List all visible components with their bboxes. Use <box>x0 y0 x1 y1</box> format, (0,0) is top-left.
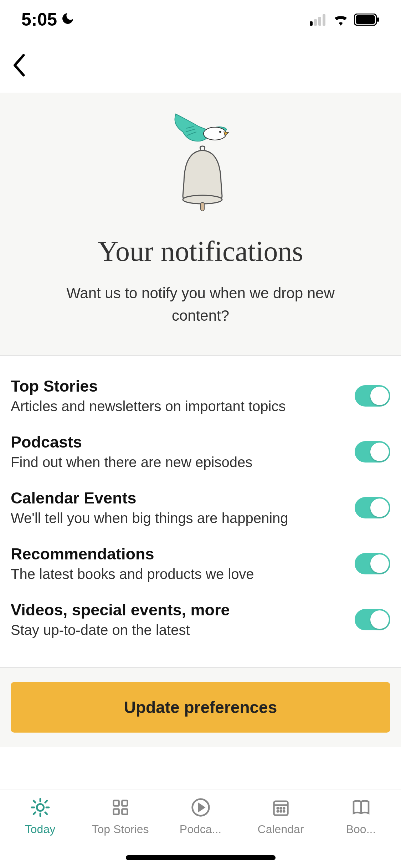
svg-rect-22 <box>113 809 119 814</box>
svg-point-31 <box>277 811 278 812</box>
tab-label: Boo... <box>346 823 376 836</box>
svg-point-8 <box>219 131 221 133</box>
status-right <box>310 9 380 30</box>
setting-row-recommendations: Recommendations The latest books and pro… <box>11 545 390 582</box>
status-left: 5:05 <box>21 9 75 30</box>
svg-rect-5 <box>356 15 375 24</box>
setting-row-podcasts: Podcasts Find out when there are new epi… <box>11 433 390 470</box>
setting-title: Videos, special events, more <box>11 601 340 619</box>
nav-bar <box>0 39 401 93</box>
svg-rect-23 <box>122 809 127 814</box>
svg-point-29 <box>280 807 281 808</box>
settings-list: Top Stories Articles and newsletters on … <box>0 356 401 667</box>
sun-icon <box>30 797 51 818</box>
update-preferences-button[interactable]: Update preferences <box>11 682 390 733</box>
calendar-icon <box>272 797 290 818</box>
svg-rect-6 <box>377 17 379 22</box>
svg-rect-21 <box>122 801 127 806</box>
page-title: Your notifications <box>14 235 387 268</box>
setting-title: Recommendations <box>11 545 340 563</box>
play-circle-icon <box>191 797 211 818</box>
back-button[interactable] <box>11 53 26 79</box>
setting-desc: Articles and newsletters on important to… <box>11 398 340 414</box>
svg-rect-3 <box>323 14 325 26</box>
setting-row-calendar-events: Calendar Events We'll tell you when big … <box>11 489 390 526</box>
svg-line-15 <box>45 812 47 814</box>
svg-point-32 <box>280 811 281 812</box>
svg-line-18 <box>34 812 35 814</box>
page-subtitle: Want us to notify you when we drop new c… <box>14 282 387 327</box>
svg-line-19 <box>45 801 47 802</box>
tab-label: Today <box>25 823 55 836</box>
svg-rect-10 <box>201 202 204 211</box>
home-indicator[interactable] <box>126 855 276 860</box>
grid-icon <box>111 797 130 818</box>
setting-desc: We'll tell you when big things are happe… <box>11 510 340 526</box>
book-icon <box>351 797 371 818</box>
setting-title: Top Stories <box>11 377 340 396</box>
svg-marker-25 <box>199 804 204 811</box>
status-time: 5:05 <box>21 9 57 30</box>
svg-line-14 <box>34 801 35 802</box>
tab-today[interactable]: Today <box>0 797 80 868</box>
setting-row-top-stories: Top Stories Articles and newsletters on … <box>11 377 390 414</box>
toggle-videos-more[interactable] <box>355 609 390 630</box>
tab-label: Top Stories <box>92 823 149 836</box>
toggle-top-stories[interactable] <box>355 385 390 407</box>
battery-icon <box>354 9 380 30</box>
svg-point-11 <box>37 804 43 811</box>
wifi-icon <box>333 9 349 30</box>
dnd-moon-icon <box>61 9 75 30</box>
toggle-recommendations[interactable] <box>355 553 390 574</box>
svg-point-33 <box>283 811 284 812</box>
setting-title: Calendar Events <box>11 489 340 507</box>
svg-rect-1 <box>314 19 317 26</box>
status-bar: 5:05 <box>0 0 401 39</box>
svg-point-30 <box>283 807 284 808</box>
cellular-icon <box>310 9 328 30</box>
setting-desc: The latest books and products we love <box>11 566 340 582</box>
svg-point-7 <box>204 127 226 140</box>
cta-section: Update preferences <box>0 667 401 747</box>
toggle-podcasts[interactable] <box>355 441 390 463</box>
tab-books[interactable]: Boo... <box>321 797 401 868</box>
setting-desc: Stay up-to-date on the latest <box>11 622 340 638</box>
svg-point-28 <box>277 807 278 808</box>
hero-section: Your notifications Want us to notify you… <box>0 93 401 356</box>
tab-label: Podca... <box>180 823 221 836</box>
svg-rect-2 <box>318 17 321 26</box>
svg-rect-20 <box>113 801 119 806</box>
setting-desc: Find out when there are new episodes <box>11 454 340 470</box>
setting-row-videos-more: Videos, special events, more Stay up-to-… <box>11 601 390 638</box>
tab-label: Calendar <box>258 823 304 836</box>
svg-rect-0 <box>310 21 313 26</box>
toggle-calendar-events[interactable] <box>355 497 390 518</box>
setting-title: Podcasts <box>11 433 340 451</box>
bird-bell-illustration <box>158 107 243 214</box>
